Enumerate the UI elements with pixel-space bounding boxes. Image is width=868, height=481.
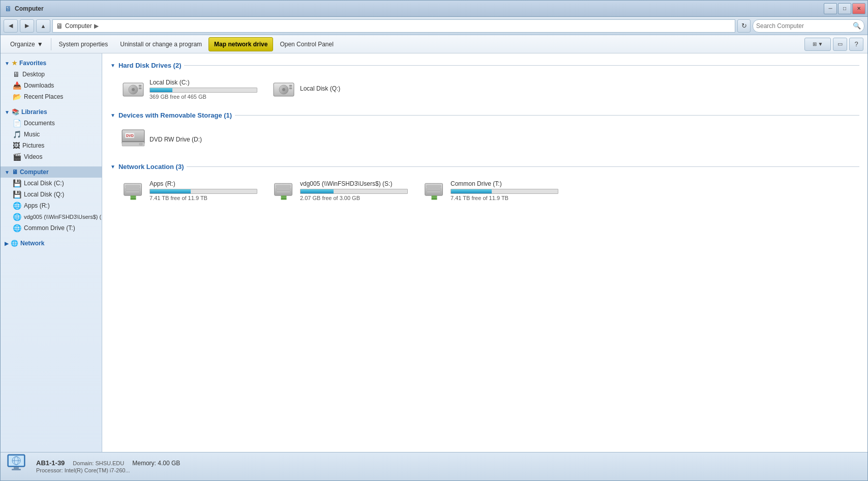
sidebar-item-documents[interactable]: 📄 Documents — [1, 118, 102, 129]
apps-r-label: Apps (R:) — [24, 202, 50, 209]
sidebar-item-desktop[interactable]: 🖥 Desktop — [1, 69, 102, 80]
sidebar-item-videos[interactable]: 🎬 Videos — [1, 151, 102, 162]
drive-c-info: Local Disk (C:) 369 GB free of 465 GB — [149, 79, 257, 100]
hard-disk-chevron[interactable]: ▼ — [110, 63, 115, 68]
videos-icon: 🎬 — [13, 153, 21, 161]
title-bar-controls: ─ □ ✕ — [824, 3, 865, 14]
sidebar-item-recent-places[interactable]: 📂 Recent Places — [1, 91, 102, 102]
hard-disk-drives-grid: Local Disk (C:) 369 GB free of 465 GB — [110, 75, 859, 103]
sidebar-item-vdg005[interactable]: 🌐 vdg005 (\\WinFSHD3\Users$) (S:) — [1, 211, 102, 222]
sidebar-libraries-header[interactable]: ▼ 📚 Libraries — [1, 106, 102, 118]
close-button[interactable]: ✕ — [852, 3, 865, 14]
svg-rect-15 — [139, 143, 142, 145]
hard-disk-title[interactable]: Hard Disk Drives (2) — [118, 62, 182, 69]
sidebar-item-downloads[interactable]: 📥 Downloads — [1, 80, 102, 91]
minimize-button[interactable]: ─ — [824, 3, 837, 14]
up-button[interactable]: ▲ — [36, 19, 50, 33]
drive-t-info: Common Drive (T:) 7.41 TB free of 11.9 T… — [451, 180, 558, 201]
network-icon: 🌐 — [11, 240, 18, 247]
help-button[interactable]: ? — [849, 38, 863, 51]
uninstall-button[interactable]: Uninstall or change a program — [114, 37, 207, 51]
hard-disk-divider — [184, 65, 859, 66]
svg-rect-23 — [276, 185, 290, 187]
drive-vdg005-s[interactable]: vdg005 (\\WinFSHD3\Users$) (S:) 2.07 GB … — [269, 177, 411, 205]
drive-dvd-info: DVD RW Drive (D:) — [149, 136, 257, 145]
svg-point-7 — [282, 88, 285, 91]
sidebar-network-header[interactable]: ▶ 🌐 Network — [1, 238, 102, 249]
search-input[interactable] — [756, 22, 851, 30]
drive-r-progress-container — [149, 189, 257, 194]
removable-section-header: ▼ Devices with Removable Storage (1) — [110, 111, 859, 119]
window-title: Computer — [15, 5, 44, 12]
recent-places-icon: 📂 — [13, 93, 21, 101]
svg-rect-8 — [289, 85, 292, 87]
sidebar-item-music[interactable]: 🎵 Music — [1, 129, 102, 140]
drive-t-progress-container — [451, 189, 558, 194]
refresh-button[interactable]: ↻ — [737, 19, 751, 33]
drive-r-info: Apps (R:) 7.41 TB free of 11.9 TB — [149, 180, 257, 201]
hdd-q-icon — [273, 80, 295, 99]
view-toggle-button[interactable]: ⊞ ▼ — [804, 38, 831, 51]
sidebar-favorites-header[interactable]: ▼ ★ Favorites — [1, 58, 102, 69]
svg-rect-20 — [131, 195, 136, 198]
drive-c-progress-container — [149, 88, 257, 93]
svg-rect-21 — [131, 197, 136, 200]
drive-s-progress-bar — [301, 189, 334, 193]
vdg005-label: vdg005 (\\WinFSHD3\Users$) (S:) — [24, 214, 102, 220]
search-icon: 🔍 — [853, 22, 861, 30]
drive-dvd-name: DVD RW Drive (D:) — [149, 136, 257, 143]
map-network-button[interactable]: Map network drive — [208, 37, 273, 51]
system-properties-button[interactable]: System properties — [53, 37, 114, 51]
sidebar-item-local-c[interactable]: 💾 Local Disk (C:) — [1, 178, 102, 189]
drive-s-space: 2.07 GB free of 3.00 GB — [300, 195, 408, 201]
drive-t-progress-bar — [451, 189, 492, 193]
sidebar-divider-2 — [1, 162, 102, 166]
preview-pane-button[interactable]: ▭ — [833, 38, 847, 51]
svg-rect-26 — [281, 195, 287, 198]
svg-rect-40 — [12, 469, 21, 470]
back-button[interactable]: ◀ — [4, 19, 18, 33]
organize-button[interactable]: Organize ▼ — [5, 37, 49, 51]
sidebar-divider-1 — [1, 102, 102, 106]
drive-q-name: Local Disk (Q:) — [300, 85, 408, 92]
drive-local-q[interactable]: Local Disk (Q:) — [269, 75, 411, 103]
forward-button[interactable]: ▶ — [20, 19, 34, 33]
address-path[interactable]: 🖥 Computer ▶ — [52, 19, 735, 33]
sidebar-item-local-q[interactable]: 💾 Local Disk (Q:) — [1, 189, 102, 200]
status-bar: AB1-1-39 Domain: SHSU.EDU Memory: 4.00 G… — [1, 452, 867, 480]
dvd-icon: DVD — [122, 129, 144, 151]
svg-rect-19 — [126, 191, 140, 193]
drive-c-space: 369 GB free of 465 GB — [149, 94, 257, 100]
local-c-label: Local Disk (C:) — [24, 180, 64, 187]
removable-drives-grid: DVD DVD RW Drive (D:) — [110, 125, 859, 155]
documents-icon: 📄 — [13, 119, 21, 127]
drive-apps-r[interactable]: Apps (R:) 7.41 TB free of 11.9 TB — [118, 177, 261, 205]
net-s-icon — [273, 181, 295, 201]
recent-places-label: Recent Places — [24, 93, 63, 100]
network-title[interactable]: Network Location (3) — [118, 163, 184, 171]
sidebar-item-pictures[interactable]: 🖼 Pictures — [1, 140, 102, 151]
toolbar-right: ⊞ ▼ ▭ ? — [804, 38, 863, 51]
open-control-panel-button[interactable]: Open Control Panel — [274, 37, 339, 51]
sidebar: ▼ ★ Favorites 🖥 Desktop 📥 Downloads 📂 Re… — [1, 53, 102, 452]
svg-rect-32 — [432, 195, 437, 198]
drive-common-t[interactable]: Common Drive (T:) 7.41 TB free of 11.9 T… — [420, 177, 562, 205]
status-processor: Processor: Intel(R) Core(TM) i7-260... — [36, 467, 130, 473]
removable-title[interactable]: Devices with Removable Storage (1) — [118, 111, 232, 119]
svg-rect-30 — [427, 188, 441, 190]
svg-rect-33 — [432, 197, 437, 200]
drive-q-info: Local Disk (Q:) — [300, 85, 408, 94]
sidebar-item-common-drive[interactable]: 🌐 Common Drive (T:) — [1, 222, 102, 234]
sidebar-item-apps-r[interactable]: 🌐 Apps (R:) — [1, 200, 102, 211]
svg-rect-13 — [122, 141, 144, 142]
search-box[interactable]: 🔍 — [753, 19, 864, 33]
removable-chevron[interactable]: ▼ — [110, 112, 115, 118]
drive-dvd[interactable]: DVD DVD RW Drive (D:) — [118, 125, 261, 155]
maximize-button[interactable]: □ — [838, 3, 851, 14]
network-section-chevron[interactable]: ▼ — [110, 164, 115, 169]
local-q-label: Local Disk (Q:) — [24, 191, 64, 198]
drive-c-progress-bar — [150, 88, 172, 92]
sidebar-computer-header[interactable]: ▼ 🖥 Computer — [1, 166, 102, 178]
drive-local-c[interactable]: Local Disk (C:) 369 GB free of 465 GB — [118, 75, 261, 103]
svg-rect-4 — [139, 88, 141, 89]
